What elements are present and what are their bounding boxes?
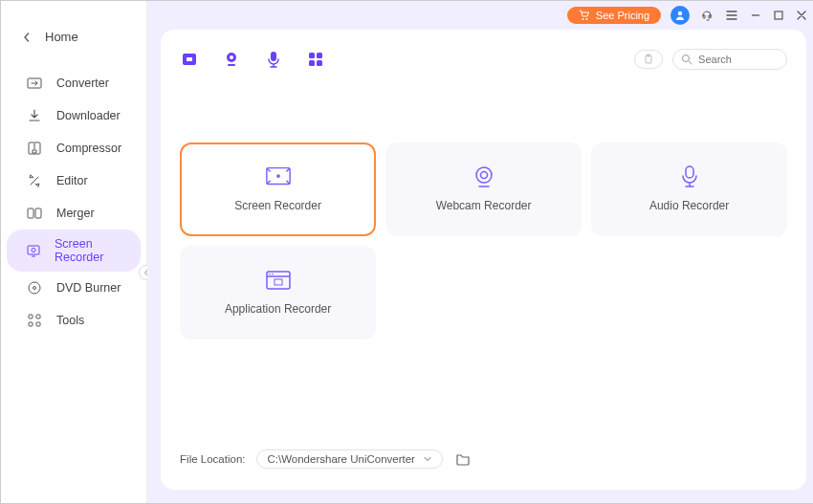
- see-pricing-button[interactable]: See Pricing: [567, 7, 661, 24]
- tile-label: Webcam Recorder: [436, 199, 532, 212]
- sidebar-item-merger[interactable]: Merger: [7, 197, 141, 230]
- svg-point-19: [230, 55, 233, 59]
- dvd-icon: [26, 279, 43, 296]
- tile-webcam-recorder[interactable]: Webcam Recorder: [385, 142, 582, 236]
- audio-tile-icon: [676, 166, 703, 187]
- search-input[interactable]: [698, 54, 775, 65]
- svg-point-27: [683, 55, 690, 62]
- mode-screen-icon[interactable]: [180, 50, 199, 69]
- converter-icon: [26, 75, 43, 92]
- svg-rect-17: [187, 57, 192, 61]
- compressor-icon: [26, 140, 43, 157]
- screen-recorder-icon: [26, 242, 41, 259]
- svg-point-13: [585, 18, 587, 20]
- svg-point-31: [480, 172, 487, 179]
- maximize-button[interactable]: [772, 9, 785, 22]
- editor-icon: [26, 172, 43, 189]
- back-button[interactable]: [20, 31, 33, 44]
- sidebar-item-tools[interactable]: Tools: [7, 304, 141, 337]
- file-location-path: C:\Wondershare UniConverter: [267, 453, 414, 465]
- file-location-label: File Location:: [180, 453, 245, 465]
- svg-point-5: [32, 249, 35, 252]
- sidebar-item-converter[interactable]: Converter: [7, 67, 141, 99]
- sidebar-item-downloader[interactable]: Downloader: [7, 99, 141, 132]
- svg-point-14: [678, 11, 682, 15]
- titlebar: See Pricing: [147, 1, 813, 30]
- svg-point-30: [476, 167, 492, 183]
- sidebar-item-editor[interactable]: Editor: [7, 164, 141, 197]
- sidebar-item-label: Editor: [56, 174, 88, 187]
- clipboard-icon: [643, 54, 654, 65]
- svg-rect-4: [28, 246, 39, 254]
- svg-rect-10: [29, 322, 33, 326]
- support-button[interactable]: [699, 8, 714, 23]
- sidebar-item-label: Screen Recorder: [55, 237, 121, 264]
- sidebar-item-screen-recorder[interactable]: Screen Recorder: [7, 230, 141, 272]
- tile-label: Audio Recorder: [649, 199, 729, 212]
- open-folder-button[interactable]: [454, 450, 472, 468]
- cart-icon: [579, 10, 590, 21]
- svg-point-34: [269, 274, 271, 275]
- tile-audio-recorder[interactable]: Audio Recorder: [591, 142, 787, 236]
- svg-rect-11: [36, 322, 40, 326]
- tile-label: Application Recorder: [225, 302, 331, 316]
- sidebar: Home Converter Downloader Compressor Edi…: [1, 1, 147, 503]
- user-account-button[interactable]: [670, 6, 690, 25]
- svg-point-29: [276, 174, 280, 178]
- close-button[interactable]: [795, 9, 808, 22]
- svg-rect-3: [35, 208, 41, 218]
- sidebar-item-label: Compressor: [56, 142, 121, 155]
- mode-apps-icon[interactable]: [306, 50, 325, 69]
- pricing-label: See Pricing: [596, 10, 649, 21]
- tile-screen-recorder[interactable]: Screen Recorder: [180, 142, 376, 236]
- application-tile-icon: [265, 270, 292, 291]
- sidebar-item-compressor[interactable]: Compressor: [7, 132, 141, 164]
- svg-rect-21: [309, 53, 315, 58]
- minimize-button[interactable]: [749, 9, 762, 22]
- svg-point-7: [33, 287, 36, 290]
- search-box[interactable]: [672, 49, 787, 70]
- svg-rect-36: [275, 279, 282, 285]
- tile-application-recorder[interactable]: Application Recorder: [180, 246, 376, 340]
- user-icon: [674, 10, 686, 21]
- svg-rect-15: [775, 11, 782, 19]
- svg-rect-20: [271, 52, 276, 61]
- sidebar-item-label: Merger: [56, 207, 95, 220]
- menu-button[interactable]: [724, 8, 739, 23]
- screen-recorder-tile-icon: [265, 166, 292, 187]
- svg-rect-32: [686, 166, 693, 178]
- svg-rect-22: [317, 53, 322, 58]
- mode-audio-icon[interactable]: [264, 50, 283, 69]
- search-icon: [681, 54, 692, 65]
- tile-label: Screen Recorder: [234, 199, 321, 212]
- svg-rect-23: [309, 60, 315, 66]
- sidebar-item-label: Converter: [56, 77, 109, 90]
- tools-icon: [26, 312, 43, 329]
- webcam-tile-icon: [471, 166, 497, 187]
- svg-rect-9: [36, 315, 40, 318]
- chevron-down-icon: [423, 454, 432, 464]
- file-location-select[interactable]: C:\Wondershare UniConverter: [256, 449, 442, 469]
- svg-rect-8: [29, 315, 33, 318]
- downloader-icon: [26, 107, 43, 124]
- content-card: Screen Recorder Webcam Recorder Audio Re…: [161, 30, 806, 490]
- sidebar-item-label: Tools: [56, 314, 84, 327]
- svg-point-6: [29, 282, 40, 294]
- clipboard-button[interactable]: [634, 50, 663, 69]
- sidebar-item-label: Downloader: [56, 109, 121, 122]
- svg-point-35: [272, 274, 274, 275]
- svg-rect-2: [28, 208, 33, 218]
- mode-webcam-icon[interactable]: [222, 50, 241, 69]
- folder-icon: [455, 452, 471, 466]
- merger-icon: [26, 205, 43, 222]
- home-label[interactable]: Home: [45, 30, 78, 44]
- sidebar-item-dvd-burner[interactable]: DVD Burner: [7, 272, 141, 304]
- svg-rect-24: [317, 60, 322, 66]
- sidebar-item-label: DVD Burner: [56, 281, 121, 295]
- svg-point-12: [582, 18, 583, 20]
- footer: File Location: C:\Wondershare UniConvert…: [180, 442, 787, 476]
